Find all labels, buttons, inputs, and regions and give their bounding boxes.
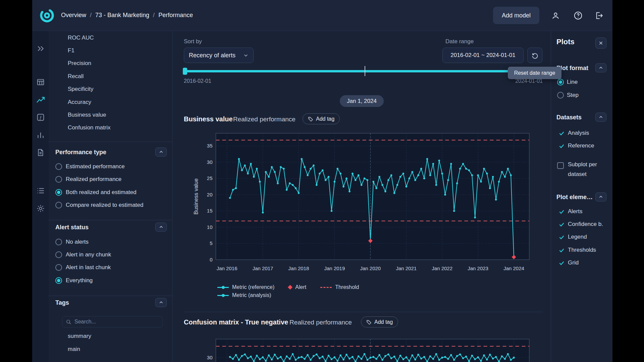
performance-type-collapse-button[interactable] [155, 147, 167, 157]
radio-everything[interactable]: Everything [55, 276, 93, 285]
plots-panel-title: Plots [556, 38, 575, 46]
radio-both-realized-estimated[interactable]: Both realized and estimated [55, 188, 137, 197]
svg-text:30: 30 [207, 355, 213, 360]
plot-format-collapse-button[interactable] [595, 63, 606, 72]
metric-item-confusion-matrix[interactable]: Confusion matrix [68, 124, 111, 131]
plots-panel: Plots Plot format Line Step Datasets [551, 31, 612, 362]
slider-handle-left[interactable] [183, 68, 187, 75]
chart1-add-tag-button[interactable]: Add tag [303, 113, 340, 124]
check-label: Grid [568, 259, 579, 266]
metric-item-f1[interactable]: F1 [68, 47, 74, 54]
sort-by-select[interactable]: Recency of alerts [184, 48, 254, 63]
radio-icon [55, 251, 62, 258]
svg-text:0: 0 [210, 257, 212, 262]
check-alerts[interactable]: Alerts [558, 207, 582, 216]
radio-alert-any-chunk[interactable]: Alert in any chunk [55, 250, 111, 259]
user-menu-button[interactable] [547, 7, 564, 23]
tags-search-input[interactable] [74, 319, 159, 325]
radio-line-format[interactable]: Line [557, 78, 578, 86]
svg-text:Jan 2016: Jan 2016 [217, 265, 237, 271]
radio-label: Estimated performance [66, 163, 125, 170]
svg-text:Jan 2017: Jan 2017 [253, 265, 273, 271]
check-legend[interactable]: Legend [558, 233, 587, 241]
tag-icon [308, 116, 313, 122]
tag-item-summary[interactable]: summary [68, 333, 91, 340]
logout-icon [594, 11, 603, 20]
check-grid[interactable]: Grid [558, 259, 579, 267]
check-confidence-bands[interactable]: Confidence b. [558, 220, 603, 228]
tags-collapse-button[interactable] [155, 298, 167, 307]
check-analysis[interactable]: Analysis [558, 129, 589, 137]
chart2-title: Confusion matrix - True negative [184, 318, 288, 326]
metric-item-specificity[interactable]: Specificity [68, 86, 94, 93]
tags-title: Tags [55, 299, 69, 306]
tag-item-main[interactable]: main [68, 346, 80, 353]
radio-compare-realized-estimated[interactable]: Compare realized to estimated [55, 201, 144, 209]
metric-item-accuracy[interactable]: Accuracy [68, 99, 91, 106]
confusion-matrix-chart[interactable]: 1015202530Jan 2016Jan 2017Jan 2018Jan 20… [184, 336, 543, 362]
breadcrumb-overview[interactable]: Overview [61, 12, 86, 19]
reset-date-range-button[interactable] [527, 48, 542, 63]
rail-settings-button[interactable] [36, 204, 45, 213]
chevron-up-icon [159, 300, 164, 305]
rail-logs-button[interactable] [36, 186, 45, 195]
expand-sidebar-button[interactable] [36, 44, 45, 53]
check-thresholds[interactable]: Thresholds [558, 246, 596, 254]
breadcrumb-model[interactable]: 73 - Bank Marketing [95, 12, 149, 19]
svg-text:30: 30 [207, 159, 213, 165]
check-reference[interactable]: Reference [558, 142, 594, 150]
checkmark-icon [558, 234, 565, 240]
svg-text:Jan 2021: Jan 2021 [396, 265, 417, 271]
radio-label: Alert in any chunk [66, 251, 111, 258]
business-value-chart[interactable]: 05101520253035Jan 2016Jan 2017Jan 2018Ja… [184, 130, 543, 276]
date-range-slider[interactable] [184, 70, 543, 72]
check-label: Legend [568, 234, 587, 240]
plots-close-button[interactable] [595, 38, 606, 49]
metric-item-roc-auc[interactable]: ROC AUC [68, 35, 94, 41]
svg-text:Business value: Business value [193, 178, 199, 215]
checkmark-icon [558, 247, 565, 253]
radio-icon [55, 264, 62, 271]
svg-text:Jan 2020: Jan 2020 [360, 265, 381, 271]
radio-realized-performance[interactable]: Realized performance [55, 175, 121, 184]
plot-elements-collapse-button[interactable] [595, 192, 606, 201]
radio-alert-last-chunk[interactable]: Alert in last chunk [55, 263, 111, 272]
radio-icon [55, 189, 62, 196]
datasets-collapse-button[interactable] [595, 113, 606, 122]
add-tag-label: Add tag [316, 116, 334, 122]
metric-item-precision[interactable]: Precision [68, 60, 91, 67]
legend-threshold: Threshold [320, 284, 359, 290]
radio-estimated-performance[interactable]: Estimated performance [55, 162, 125, 171]
add-model-button[interactable]: Add model [493, 7, 539, 24]
radio-icon [557, 92, 564, 99]
sort-by-label: Sort by [184, 38, 202, 45]
metric-item-business-value[interactable]: Business value [68, 112, 106, 118]
legend-metric-analysis: Metric (analysis) [217, 292, 271, 298]
subplot-per-dataset-checkbox[interactable] [557, 162, 564, 169]
radio-step-format[interactable]: Step [557, 91, 579, 100]
metric-item-recall[interactable]: Recall [68, 73, 84, 80]
rail-charts-button[interactable] [36, 131, 45, 139]
date-chip: Jan 1, 2024 [340, 95, 384, 107]
radio-no-alerts[interactable]: No alerts [55, 238, 89, 246]
rail-functions-button[interactable]: ƒ [36, 113, 45, 122]
app-logo[interactable] [39, 8, 55, 23]
chevron-up-icon [598, 65, 603, 70]
date-range-input[interactable] [442, 48, 524, 63]
logout-button[interactable] [591, 7, 607, 23]
rail-data-button[interactable] [36, 78, 45, 86]
rail-performance-button[interactable] [36, 96, 45, 105]
add-tag-label: Add tag [374, 319, 393, 325]
svg-text:35: 35 [207, 143, 213, 148]
radio-label: Realized performance [66, 176, 121, 183]
alert-status-collapse-button[interactable] [155, 223, 167, 232]
table-icon [36, 78, 45, 86]
svg-text:15: 15 [207, 208, 213, 214]
chart2-add-tag-button[interactable]: Add tag [361, 316, 398, 327]
slider-start-date: 2016-02-01 [184, 78, 211, 84]
help-button[interactable] [570, 7, 586, 23]
date-range-label: Date range [445, 38, 474, 45]
radio-icon [55, 163, 62, 170]
rail-reports-button[interactable] [36, 148, 45, 157]
chevron-up-icon [598, 194, 603, 199]
